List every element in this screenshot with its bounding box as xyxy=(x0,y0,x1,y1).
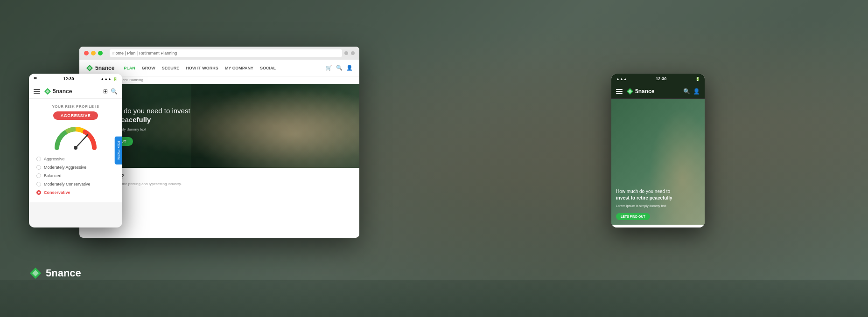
mobile-search-icon[interactable]: 🔍 xyxy=(111,88,118,95)
think-ahead-heading: hink ahead? xyxy=(86,172,353,180)
signal-icons-right: ▲▲▲ xyxy=(616,77,627,81)
mobile-right-nav-icons: 🔍 👤 xyxy=(683,88,700,95)
cart-icon[interactable]: 🛒 xyxy=(326,65,332,71)
status-icons-left: ☰ xyxy=(34,77,37,81)
think-ahead-body: simply dummy text of the printing and ty… xyxy=(86,182,353,186)
nav-how-it-works[interactable]: HOW IT WORKS xyxy=(186,66,218,70)
browser-ctrl-2 xyxy=(351,51,355,55)
mobile-right-status-bar: ▲▲▲ 12:30 🔋 xyxy=(611,74,705,84)
browser-close-dot xyxy=(84,51,89,55)
nav-secure[interactable]: SECURE xyxy=(162,66,180,70)
svg-line-4 xyxy=(76,135,88,148)
browser-address-bar: Home | Plan | Retirement Planning xyxy=(110,49,342,57)
site-nav: 5nance PLAN GROW SECURE HOW IT WORKS MY … xyxy=(79,60,359,76)
browser-minimize-dot xyxy=(91,51,96,55)
mobile-hero-line2: invest to retire peacefully xyxy=(616,195,672,200)
mobile-right-logo: 5nance xyxy=(626,88,654,95)
mobile-left-nav: 5nance ⊞ 🔍 xyxy=(29,84,122,99)
mobile-hero-subtitle: Lorem Ipsum is simply dummy text xyxy=(616,204,700,207)
nav-icons: 🛒 🔍 👤 xyxy=(326,65,353,71)
search-icon[interactable]: 🔍 xyxy=(336,65,343,71)
bottom-logo-text: 5nance xyxy=(46,267,81,279)
site-logo: 5nance xyxy=(86,64,114,72)
mobile-logo-icon-left xyxy=(44,88,51,95)
mobile-left-nav-icons: ⊞ 🔍 xyxy=(103,88,118,95)
reflection xyxy=(0,280,868,317)
browser-toolbar: Home | Plan | Retirement Planning xyxy=(79,47,359,60)
mobile-right-mockup: ▲▲▲ 12:30 🔋 5nance 🔍 👤 How much do xyxy=(611,74,705,227)
mobile-right-nav: 5nance 🔍 👤 xyxy=(611,84,705,99)
bottom-logo: 5nance xyxy=(29,267,81,280)
mobile-logo-icon-right xyxy=(626,88,634,95)
mobile-right-hero: How much do you need to invest to retire… xyxy=(611,99,705,225)
hamburger-menu[interactable] xyxy=(34,89,40,94)
radio-aggressive[interactable]: Aggressive xyxy=(36,155,115,163)
radio-options: Aggressive Moderately Aggressive Balance… xyxy=(35,155,117,197)
gauge-container xyxy=(52,124,99,150)
mobile-left-logo: 5nance xyxy=(44,88,72,95)
nav-grow[interactable]: GROW xyxy=(142,66,155,70)
nav-my-company[interactable]: MY COMPANY xyxy=(225,66,253,70)
radio-moderately-conservative[interactable]: Moderately Conservative xyxy=(36,180,115,188)
risk-profile-section: YOUR RISK PROFILE IS AGGRESSIVE xyxy=(29,99,122,202)
radio-circle-mod-aggressive xyxy=(36,165,41,170)
browser-maximize-dot xyxy=(98,51,103,55)
radio-circle-aggressive xyxy=(36,157,41,161)
svg-point-5 xyxy=(74,146,77,150)
battery-icons-right: 🔋 xyxy=(695,77,700,81)
bottom-logo-icon xyxy=(29,267,42,280)
radio-conservative[interactable]: Conservative xyxy=(36,188,115,197)
mobile-hero-cta-button[interactable]: LETS FIND OUT xyxy=(616,213,650,220)
mobile-right-user-icon[interactable]: 👤 xyxy=(693,88,700,95)
hamburger-right[interactable] xyxy=(616,89,623,94)
mobile-hero-text: How much do you need to invest to retire… xyxy=(616,188,700,220)
mobile-left-mockup: ☰ 12:30 ▲▲▲ 🔋 5nance ⊞ 🔍 YOUR RISK PROFI… xyxy=(29,74,122,227)
nav-plan[interactable]: PLAN xyxy=(124,66,135,70)
gauge-svg xyxy=(52,124,99,150)
nav-social[interactable]: SOCIAL xyxy=(260,66,276,70)
mobile-left-time: 12:30 xyxy=(63,76,74,81)
mobile-right-search-icon[interactable]: 🔍 xyxy=(683,88,690,95)
mobile-left-status-bar: ☰ 12:30 ▲▲▲ 🔋 xyxy=(29,74,122,84)
grid-view-icon[interactable]: ⊞ xyxy=(103,88,108,95)
mobile-hero-line1: How much do you need to xyxy=(616,189,670,194)
radio-circle-conservative xyxy=(36,190,41,195)
risk-profile-tab[interactable]: Risk Profile xyxy=(114,137,122,165)
logo-icon xyxy=(86,64,93,72)
radio-circle-balanced xyxy=(36,173,41,178)
hero-people-image xyxy=(191,84,359,168)
radio-balanced[interactable]: Balanced xyxy=(36,172,115,180)
risk-profile-label: YOUR RISK PROFILE IS xyxy=(35,104,117,109)
browser-controls xyxy=(344,51,355,55)
aggressive-badge: AGGRESSIVE xyxy=(53,111,98,120)
radio-moderately-aggressive[interactable]: Moderately Aggressive xyxy=(36,163,115,172)
mobile-right-time: 12:30 xyxy=(656,76,666,81)
mobile-think-ahead-section: Why think ahead? xyxy=(611,225,705,227)
radio-circle-mod-conservative xyxy=(36,182,41,186)
user-icon[interactable]: 👤 xyxy=(346,65,353,71)
browser-ctrl-1 xyxy=(344,51,348,55)
nav-links: PLAN GROW SECURE HOW IT WORKS MY COMPANY… xyxy=(124,66,276,70)
signal-icons-left: ▲▲▲ 🔋 xyxy=(100,77,118,81)
